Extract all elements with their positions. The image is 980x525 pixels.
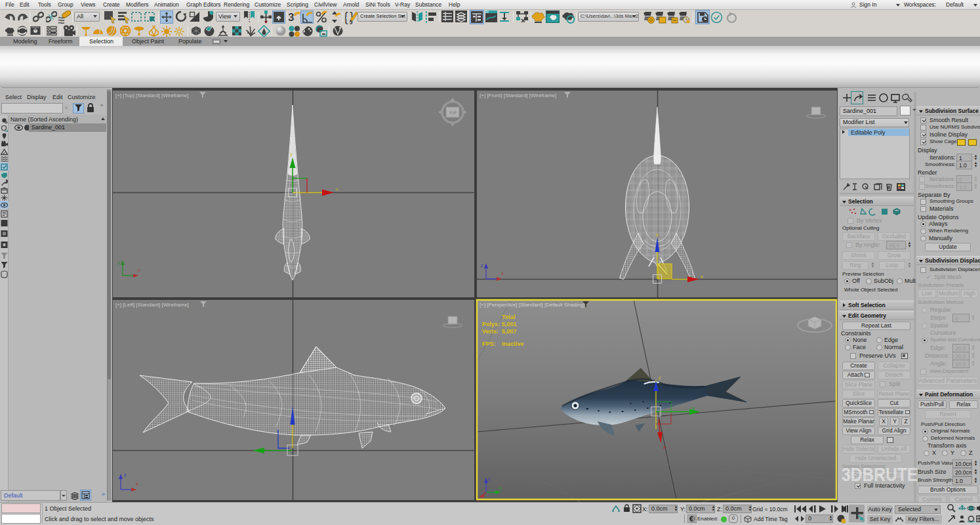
svg-text:[+] [Perspective] [Standard] [: [+] [Perspective] [Standard] [Default Sh… (480, 302, 584, 308)
svg-text:{: { (345, 10, 348, 24)
svg-text:z: z (481, 263, 483, 268)
svg-text:3: 3 (289, 11, 294, 24)
svg-text:[+] [Front] [Standard] [Wirefr: [+] [Front] [Standard] [Wireframe] (480, 93, 556, 98)
svg-text:x: x (136, 482, 138, 486)
svg-text:Inactive: Inactive (502, 341, 524, 347)
svg-text:[+] [Left] [Standard] [Wirefra: [+] [Left] [Standard] [Wireframe] (115, 302, 189, 308)
svg-text:5,007: 5,007 (502, 328, 517, 335)
svg-text:[+] [Top] [Standard] [Wirefram: [+] [Top] [Standard] [Wireframe] (115, 93, 188, 98)
svg-text:FPS:: FPS: (482, 341, 496, 347)
svg-text:Total: Total (502, 314, 516, 320)
svg-text:x: x (138, 268, 140, 272)
svg-text:x: x (701, 274, 703, 280)
svg-text:y: y (290, 151, 293, 157)
svg-text:TOP: TOP (449, 111, 457, 115)
svg-text:z: z (488, 476, 491, 481)
svg-text:z: z (659, 375, 661, 380)
svg-text:Verts:: Verts: (482, 328, 499, 335)
svg-text:y: y (692, 406, 695, 411)
svg-text:x: x (501, 271, 504, 276)
svg-text:x: x (663, 445, 666, 450)
svg-text:y: y (117, 260, 120, 265)
svg-text:Polys:: Polys: (482, 321, 500, 327)
svg-text:5,001: 5,001 (502, 321, 517, 327)
svg-text:y: y (499, 486, 502, 491)
svg-text:x: x (336, 186, 338, 192)
svg-text:z: z (656, 232, 659, 238)
svg-text:z: z (124, 472, 127, 477)
